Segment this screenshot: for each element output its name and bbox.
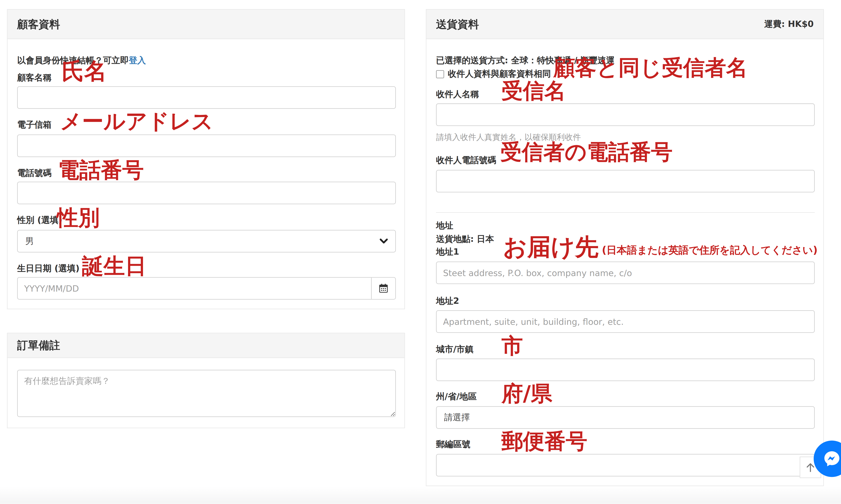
birthday-label: 生日日期 (選填) [17, 263, 80, 274]
customer-phone-label: 電話號碼 [17, 168, 52, 178]
zip-input[interactable] [436, 454, 815, 476]
customer-info-panel: 顧客資料 以會員身份快速結帳？可立即登入 顧客名稱 電子信箱 電話號碼 性別 (… [7, 9, 405, 309]
address-section-label: 地址 [436, 220, 453, 231]
state-select[interactable]: 請選擇 [436, 406, 815, 429]
same-as-customer-checkbox[interactable] [436, 70, 444, 78]
customer-panel-header: 顧客資料 [7, 10, 404, 39]
city-label: 城市/市鎮 [436, 344, 473, 355]
section-divider [436, 212, 815, 213]
birthday-field [17, 277, 396, 300]
page-bottom-band [0, 487, 841, 504]
shipping-info-panel: 送貨資料 運費: HK$0 已選擇的送貨方式: 全球：特快專遞 / 順豐速運 收… [426, 9, 824, 486]
recipient-phone-input[interactable] [436, 170, 815, 193]
zip-label: 郵編區號 [436, 439, 470, 450]
customer-email-input[interactable] [17, 134, 396, 157]
same-as-customer-row: 收件人資料與顧客資料相同 [436, 69, 551, 80]
customer-name-input[interactable] [17, 86, 396, 109]
shipping-fee: 運費: HK$0 [764, 18, 814, 30]
address2-input[interactable] [436, 310, 815, 333]
recipient-name-label: 收件人名稱 [436, 89, 479, 100]
same-as-customer-label: 收件人資料與顧客資料相同 [448, 69, 551, 80]
customer-phone-input[interactable] [17, 182, 396, 204]
state-select-value: 請選擇 [444, 412, 470, 423]
city-input[interactable] [436, 359, 815, 381]
checkout-page: 顧客資料 以會員身份快速結帳？可立即登入 顧客名稱 電子信箱 電話號碼 性別 (… [0, 0, 841, 504]
login-link[interactable]: 登入 [129, 55, 146, 65]
customer-panel-title: 顧客資料 [17, 17, 60, 31]
customer-email-label: 電子信箱 [17, 120, 52, 130]
calendar-addon-button[interactable] [371, 277, 395, 299]
gender-label: 性別 (選填) [17, 215, 63, 226]
customer-name-label: 顧客名稱 [17, 72, 52, 83]
shipping-method-line: 已選擇的送貨方式: 全球：特快專遞 / 順豐速運 [436, 55, 615, 66]
order-notes-header: 訂單備註 [7, 334, 404, 358]
address1-input[interactable] [436, 262, 815, 284]
ship-location-line: 送貨地點: 日本 [436, 234, 494, 244]
recipient-name-input[interactable] [436, 103, 815, 126]
address2-label: 地址2 [436, 296, 459, 307]
messenger-icon [821, 448, 841, 470]
gender-select-value: 男 [25, 235, 34, 247]
chevron-down-icon [380, 238, 388, 244]
shipping-panel-header: 送貨資料 運費: HK$0 [426, 10, 823, 39]
order-notes-textarea[interactable] [17, 370, 396, 417]
state-label: 州/省/地區 [436, 391, 477, 402]
gender-select[interactable]: 男 [17, 230, 396, 252]
member-login-prompt: 以會員身份快速結帳？可立即 [17, 55, 129, 65]
member-login-line: 以會員身份快速結帳？可立即登入 [17, 55, 146, 66]
birthday-input[interactable] [18, 277, 371, 299]
order-notes-title: 訂單備註 [17, 338, 60, 353]
recipient-name-helper: 請填入收件人真實姓名，以確保順利收件 [436, 132, 581, 142]
recipient-phone-label: 收件人電話號碼 [436, 155, 496, 165]
address1-label: 地址1 [436, 247, 459, 257]
shipping-panel-title: 送貨資料 [436, 17, 479, 31]
order-notes-panel: 訂單備註 [7, 333, 405, 428]
calendar-icon [379, 283, 388, 293]
